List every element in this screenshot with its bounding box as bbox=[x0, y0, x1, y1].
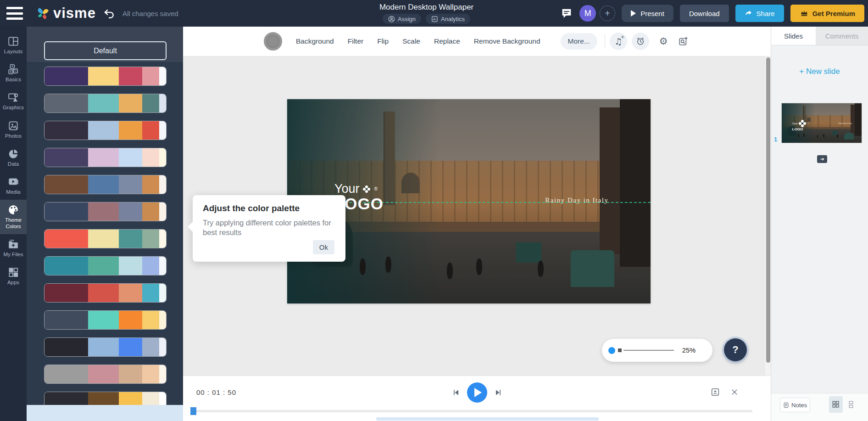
selected-object-swatch[interactable] bbox=[264, 32, 282, 51]
grid-view-toggle[interactable] bbox=[829, 396, 843, 413]
default-palette-button[interactable]: Default bbox=[44, 41, 167, 60]
close-timeline-icon[interactable] bbox=[730, 388, 739, 396]
comments-icon[interactable] bbox=[560, 7, 573, 20]
palette-swatch bbox=[45, 94, 88, 112]
palette-row[interactable] bbox=[44, 175, 167, 194]
notes-button[interactable]: Notes bbox=[780, 398, 810, 412]
theme-colors-panel: Default bbox=[27, 27, 183, 421]
scene-person bbox=[538, 261, 544, 277]
music-add-icon[interactable]: ♫+ bbox=[610, 33, 627, 50]
play-button[interactable] bbox=[467, 382, 487, 403]
share-button[interactable]: Share bbox=[735, 5, 784, 22]
toolbar-background[interactable]: Background bbox=[296, 37, 334, 45]
sidebar-item-my-files[interactable]: My Files bbox=[0, 234, 27, 262]
help-button[interactable]: ? bbox=[724, 338, 747, 361]
palette-row[interactable] bbox=[44, 229, 167, 248]
palette-panel-scrollbar[interactable] bbox=[27, 405, 183, 421]
top-bar: visme All changes saved Modern Desktop W… bbox=[0, 0, 868, 27]
timeline-progress-track[interactable] bbox=[190, 410, 752, 412]
timeline-horizontal-scrollbar[interactable] bbox=[376, 417, 599, 421]
basics-icon: A B C bbox=[7, 63, 19, 75]
user-avatar[interactable]: M bbox=[579, 5, 596, 22]
present-button[interactable]: Present bbox=[622, 5, 673, 22]
collapse-timeline-icon[interactable] bbox=[710, 387, 720, 397]
palette-swatch bbox=[45, 67, 88, 85]
palette-swatch bbox=[45, 148, 88, 167]
sidebar-item-layouts[interactable]: Layouts bbox=[0, 31, 27, 59]
previous-slide-icon[interactable] bbox=[451, 388, 461, 397]
slide-caption-text[interactable]: Rainy Day in Italy bbox=[545, 196, 608, 204]
palette-swatch bbox=[142, 67, 159, 85]
slide-logo-text[interactable]: Your ® LOGO bbox=[792, 119, 809, 131]
slide-thumbnail-1[interactable]: Your ® LOGO Rainy Day in Italy bbox=[781, 103, 862, 143]
sidebar-item-data[interactable]: Data bbox=[0, 144, 27, 172]
list-view-toggle[interactable] bbox=[844, 396, 858, 413]
sidebar-item-theme-colors[interactable]: Theme Colors bbox=[0, 200, 27, 234]
play-icon bbox=[474, 388, 482, 397]
next-slide-icon[interactable] bbox=[494, 388, 503, 397]
sidebar-item-photos[interactable]: Photos bbox=[0, 116, 27, 144]
palette-row[interactable] bbox=[44, 256, 167, 275]
palette-row[interactable] bbox=[44, 365, 167, 384]
toolbar-replace[interactable]: Replace bbox=[434, 37, 460, 45]
slide-advance-icon[interactable]: ➔ bbox=[817, 155, 827, 163]
sidebar-item-basics[interactable]: A B C Basics bbox=[0, 59, 27, 87]
assign-button[interactable]: Assign bbox=[383, 14, 421, 24]
zoom-value: 25% bbox=[682, 347, 696, 354]
sidebar-item-media[interactable]: Media bbox=[0, 172, 27, 200]
palette-swatch bbox=[45, 338, 88, 356]
palette-swatch bbox=[142, 175, 159, 194]
palette-swatch bbox=[119, 94, 143, 112]
tooltip-ok-button[interactable]: Ok bbox=[313, 240, 334, 254]
canvas-scrollbar-thumb[interactable] bbox=[766, 57, 770, 363]
palette-swatch bbox=[88, 175, 118, 194]
panel-tabs: Slides Comments bbox=[771, 27, 868, 45]
toolbar-divider bbox=[605, 34, 605, 48]
new-slide-button[interactable]: + New slide bbox=[771, 67, 868, 76]
settings-gear-icon[interactable]: ⚙ bbox=[659, 36, 668, 47]
undo-icon[interactable] bbox=[103, 7, 115, 19]
palette-row[interactable] bbox=[44, 310, 167, 330]
palette-swatch bbox=[119, 365, 143, 383]
media-icon bbox=[7, 176, 19, 188]
palette-row[interactable] bbox=[44, 283, 167, 303]
palette-row[interactable] bbox=[44, 94, 167, 113]
slide-caption-text[interactable]: Rainy Day in Italy bbox=[839, 122, 852, 124]
more-button[interactable]: More... bbox=[561, 33, 597, 50]
timeline-progress-handle[interactable] bbox=[190, 407, 196, 415]
palette-swatch bbox=[45, 175, 88, 194]
download-button[interactable]: Download bbox=[680, 5, 729, 22]
preview-search-icon[interactable] bbox=[678, 36, 688, 46]
palette-swatch bbox=[142, 230, 159, 248]
palette-swatch bbox=[88, 311, 118, 329]
share-arrow-icon bbox=[745, 9, 753, 17]
palette-row[interactable] bbox=[44, 148, 167, 167]
document-title[interactable]: Modern Desktop Wallpaper bbox=[379, 3, 473, 12]
palette-row[interactable] bbox=[44, 121, 167, 140]
visme-logo[interactable]: visme bbox=[36, 5, 96, 22]
palette-swatch bbox=[88, 257, 118, 275]
toolbar-flip[interactable]: Flip bbox=[377, 37, 389, 45]
zoom-slider-handle[interactable] bbox=[618, 348, 622, 352]
palette-swatch bbox=[119, 257, 143, 275]
toolbar-scale[interactable]: Scale bbox=[402, 37, 420, 45]
zoom-slider-dot[interactable] bbox=[608, 347, 615, 354]
get-premium-button[interactable]: Get Premium bbox=[790, 5, 864, 22]
toolbar-remove-background[interactable]: Remove Background bbox=[474, 37, 540, 45]
analytics-button[interactable]: Analytics bbox=[426, 14, 470, 24]
palette-row[interactable] bbox=[44, 337, 167, 357]
palette-swatch bbox=[142, 284, 159, 302]
scene-person bbox=[803, 134, 805, 137]
palette-row[interactable] bbox=[44, 202, 167, 221]
sidebar-item-apps[interactable]: Apps bbox=[0, 262, 27, 290]
palette-row[interactable] bbox=[44, 67, 167, 86]
canvas-scrollbar[interactable] bbox=[765, 56, 771, 376]
hamburger-menu-icon[interactable] bbox=[6, 7, 23, 20]
timer-icon[interactable] bbox=[632, 33, 649, 50]
tab-comments[interactable]: Comments bbox=[816, 27, 868, 45]
add-collaborator-button[interactable]: + bbox=[600, 6, 615, 21]
tab-slides[interactable]: Slides bbox=[771, 27, 816, 45]
toolbar-filter[interactable]: Filter bbox=[348, 37, 363, 45]
sidebar-item-graphics[interactable]: Graphics bbox=[0, 87, 27, 115]
zoom-slider-track[interactable] bbox=[623, 350, 674, 351]
